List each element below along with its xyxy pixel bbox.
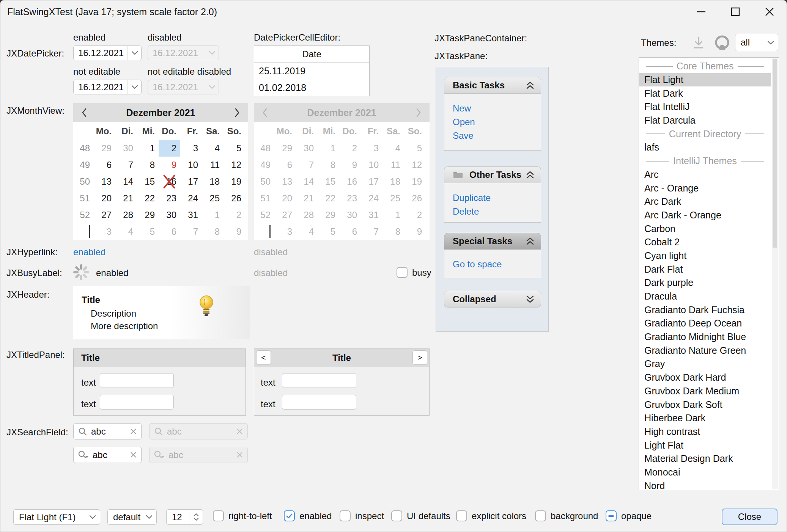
taskpane-link[interactable]: Go to space (453, 257, 541, 271)
theme-list-item[interactable]: Material Design Dark (639, 452, 771, 466)
theme-list-item[interactable]: Flat Dark (639, 86, 771, 100)
calendar-day[interactable]: 19 (224, 173, 245, 190)
chevron-left-icon[interactable] (73, 108, 95, 118)
checkbox-indeterminate[interactable] (606, 510, 617, 521)
calendar-day[interactable]: 11 (202, 157, 224, 173)
github-icon[interactable] (714, 35, 730, 53)
calendar-day[interactable]: 4 (202, 140, 224, 157)
datepicker-value[interactable]: 16.12.2021 (74, 48, 127, 58)
calendar-day[interactable]: 4 (115, 223, 137, 240)
spinner-buttons[interactable] (189, 510, 203, 524)
calendar-day[interactable]: 27 (94, 207, 115, 223)
date-table-row[interactable]: 25.11.2019 (254, 63, 362, 79)
calendar-day[interactable]: 29 (94, 140, 115, 157)
theme-list-item[interactable]: Gradianto Midnight Blue (639, 330, 771, 344)
calendar-day[interactable]: 1 (202, 207, 224, 223)
taskpane-link[interactable]: Duplicate (453, 191, 541, 205)
calendar-day[interactable]: 8 (202, 223, 224, 240)
titledpanel-text-input[interactable] (100, 395, 174, 410)
calendar-day[interactable]: 2 (159, 140, 180, 157)
theme-list-item[interactable]: Nord (639, 479, 771, 490)
calendar-day[interactable]: 23 (159, 190, 180, 207)
close-button[interactable]: Close (722, 508, 778, 525)
prev-button[interactable]: < (256, 350, 271, 365)
calendar-day[interactable]: 14 (115, 173, 137, 190)
taskpane-link[interactable]: Delete (453, 205, 541, 218)
font-combo[interactable]: default (107, 509, 157, 525)
titledpanel-text-input[interactable] (282, 395, 356, 410)
chevron-double-down-icon[interactable] (526, 295, 535, 303)
calendar-day[interactable]: 8 (137, 157, 159, 173)
taskpane-link[interactable]: New (453, 102, 541, 115)
next-button[interactable]: > (412, 350, 427, 365)
checkbox-checked[interactable] (284, 510, 295, 521)
font-size-spinner[interactable]: 12 (166, 509, 203, 525)
theme-list-item[interactable]: Arc - Orange (639, 181, 771, 195)
chevron-down-icon[interactable] (194, 518, 199, 521)
calendar-day[interactable]: 10 (180, 157, 202, 173)
theme-list-item[interactable]: Flat Darcula (639, 114, 771, 127)
calendar-day[interactable]: 2 (224, 207, 245, 223)
theme-list-item[interactable]: Gruvbox Dark Hard (639, 371, 771, 384)
clear-icon[interactable] (130, 452, 137, 458)
calendar-day[interactable]: 5 (224, 140, 245, 157)
theme-list-item[interactable]: Hiberbee Dark (639, 411, 771, 425)
datepicker-enabled[interactable]: 16.12.2021 (73, 46, 142, 60)
theme-list-item[interactable]: Gradianto Nature Green (639, 344, 771, 357)
calendar-day[interactable]: 9 (224, 223, 245, 240)
calendar-day[interactable]: 15 (137, 173, 159, 190)
calendar-day[interactable]: 12 (224, 157, 245, 173)
search-menu-icon[interactable] (78, 450, 89, 460)
calendar-day[interactable]: 30 (115, 140, 137, 157)
theme-list-item[interactable]: Dark purple (639, 276, 771, 290)
close-window-button[interactable] (752, 0, 787, 23)
chevron-double-up-icon[interactable] (526, 237, 535, 245)
calendar-day[interactable]: 18 (202, 173, 224, 190)
taskpane-header[interactable]: Collapsed (444, 291, 541, 308)
theme-list-item[interactable]: Arc Dark - Orange (639, 209, 771, 222)
theme-list-item[interactable]: Light Flat (639, 438, 771, 452)
calendar-day[interactable]: 13 (94, 173, 115, 190)
theme-list-item[interactable]: Carbon (639, 222, 771, 235)
calendar-day[interactable]: 6 (94, 157, 115, 173)
themes-filter-combo[interactable]: all (735, 34, 778, 51)
calendar-day[interactable]: 5 (137, 223, 159, 240)
theme-list-item[interactable]: Gradianto Deep Ocean (639, 317, 771, 330)
searchfield-value[interactable]: abc (93, 450, 126, 460)
theme-list-item[interactable]: Cobalt 2 (639, 235, 771, 249)
chevron-up-icon[interactable] (194, 513, 199, 516)
calendar-day[interactable]: 21 (115, 190, 137, 207)
chevron-down-icon[interactable] (127, 80, 141, 94)
calendar-day[interactable]: 16 (159, 173, 180, 190)
taskpane-header[interactable]: Special Tasks (444, 233, 541, 250)
calendar-day[interactable]: 31 (180, 207, 202, 223)
download-icon[interactable] (691, 35, 706, 52)
clear-icon[interactable] (130, 428, 137, 435)
scrollbar[interactable] (772, 58, 778, 489)
busy-checkbox[interactable] (397, 267, 408, 278)
theme-list-item[interactable]: Gray (639, 357, 771, 371)
minimize-button[interactable] (684, 0, 718, 23)
theme-list-item[interactable]: lafs (639, 141, 771, 154)
calendar-day[interactable]: 20 (94, 190, 115, 207)
theme-list-item[interactable]: Flat IntelliJ (639, 100, 771, 114)
searchfield-value[interactable]: abc (91, 426, 126, 437)
checkbox-unchecked[interactable] (391, 510, 402, 521)
taskpane-link[interactable]: Open (453, 115, 541, 129)
calendar-day[interactable]: 7 (115, 157, 137, 173)
calendar-day[interactable]: 3 (94, 223, 115, 240)
chevron-right-icon[interactable] (226, 108, 248, 118)
checkbox-unchecked[interactable] (213, 510, 224, 521)
calendar-day[interactable]: 28 (115, 207, 137, 223)
calendar-day[interactable]: 6 (159, 223, 180, 240)
chevron-double-up-icon[interactable] (526, 81, 535, 89)
titledpanel-text-input[interactable] (100, 373, 174, 388)
theme-list-item[interactable]: Gruvbox Dark Medium (639, 384, 771, 398)
searchfield-enabled[interactable]: abc (73, 423, 142, 439)
calendar-day[interactable]: 25 (202, 190, 224, 207)
theme-list-item[interactable]: High contrast (639, 425, 771, 439)
checkbox-unchecked[interactable] (535, 510, 546, 521)
theme-list-item[interactable]: Gruvbox Dark Soft (639, 398, 771, 411)
taskpane-header[interactable]: Other Tasks (444, 166, 541, 183)
calendar-day[interactable]: 29 (137, 207, 159, 223)
